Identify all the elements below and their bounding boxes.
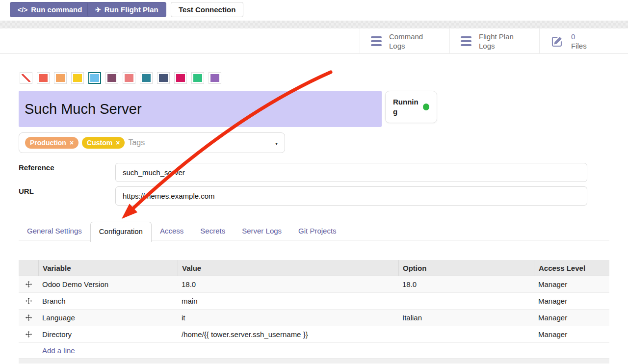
edit-icon bbox=[550, 35, 564, 48]
color-swatch-purple[interactable] bbox=[209, 72, 221, 84]
cell-value: main bbox=[178, 297, 398, 305]
divider-strip bbox=[0, 21, 628, 28]
list-icon bbox=[461, 36, 471, 46]
list-icon bbox=[371, 36, 382, 46]
add-a-line-link[interactable]: Add a line bbox=[19, 343, 609, 359]
command-logs-label-line1: Command bbox=[389, 32, 423, 41]
run-command-button[interactable]: </> Run command bbox=[10, 2, 90, 17]
color-swatch-red[interactable] bbox=[37, 72, 50, 84]
cell-variable: Directory bbox=[38, 330, 178, 338]
flight-plan-logs-button[interactable]: Flight Plan Logs bbox=[449, 28, 539, 54]
drag-handle-icon[interactable] bbox=[26, 281, 32, 287]
files-label: Files bbox=[571, 41, 587, 51]
tab-general-settings[interactable]: General Settings bbox=[19, 222, 90, 240]
col-header-value: Value bbox=[178, 260, 398, 276]
color-swatch-dark-purple[interactable] bbox=[105, 72, 118, 84]
tags-field[interactable]: Production × Custom × Tags ▾ bbox=[19, 132, 285, 153]
color-swatch-light-blue-selected[interactable] bbox=[88, 72, 101, 84]
color-swatch-raspberry[interactable] bbox=[174, 72, 187, 84]
color-swatch-green[interactable] bbox=[191, 72, 204, 84]
cell-variable: Language bbox=[38, 313, 178, 322]
color-swatch-salmon[interactable] bbox=[123, 72, 135, 84]
cell-value: 18.0 bbox=[178, 280, 398, 288]
col-header-variable: Variable bbox=[38, 260, 178, 276]
cell-variable: Branch bbox=[38, 297, 178, 305]
cell-value: it bbox=[178, 313, 398, 322]
tab-server-logs[interactable]: Server Logs bbox=[234, 222, 290, 240]
chevron-down-icon[interactable]: ▾ bbox=[275, 141, 278, 146]
stat-bar: Command Logs Flight Plan Logs 0 Files bbox=[0, 28, 628, 54]
run-flight-plan-label: Run Flight Plan bbox=[105, 5, 158, 14]
run-flight-plan-button[interactable]: ✈ Run Flight Plan bbox=[87, 2, 166, 17]
color-swatch-teal[interactable] bbox=[140, 72, 153, 84]
plane-icon: ✈ bbox=[95, 6, 101, 14]
run-command-label: Run command bbox=[31, 5, 82, 14]
tab-access[interactable]: Access bbox=[152, 222, 192, 240]
drag-handle-icon[interactable] bbox=[26, 298, 32, 304]
table-row[interactable]: Odoo Demo Version 18.0 18.0 Manager bbox=[19, 276, 609, 293]
table-row[interactable]: Branch main Manager bbox=[19, 293, 609, 310]
cell-access-level: Manager bbox=[534, 297, 609, 305]
cell-access-level: Manager bbox=[534, 330, 609, 338]
color-swatch-orange[interactable] bbox=[54, 72, 67, 84]
cell-option: Italian bbox=[398, 313, 534, 322]
tags-placeholder: Tags bbox=[128, 138, 145, 147]
tab-secrets[interactable]: Secrets bbox=[192, 222, 234, 240]
url-input[interactable] bbox=[115, 186, 587, 206]
status-card: Running bbox=[385, 91, 437, 123]
test-connection-label: Test Connection bbox=[179, 5, 236, 14]
tag-production-label: Production bbox=[30, 139, 66, 147]
code-icon: </> bbox=[18, 6, 27, 14]
reference-label: Reference bbox=[19, 163, 54, 172]
flight-plan-logs-label-line1: Flight Plan bbox=[479, 32, 514, 41]
color-swatch-yellow[interactable] bbox=[71, 72, 84, 84]
color-swatch-navy[interactable] bbox=[157, 72, 170, 84]
notebook-tabs: General Settings Configuration Access Se… bbox=[19, 222, 609, 240]
cell-value: /home/{{ tower.server.ssh_username }} bbox=[178, 330, 398, 338]
files-count: 0 bbox=[571, 32, 587, 41]
color-swatch-none[interactable] bbox=[20, 72, 32, 84]
tab-git-projects[interactable]: Git Projects bbox=[290, 222, 345, 240]
server-name-field[interactable]: Such Much Server bbox=[19, 91, 382, 127]
server-form-page: </> Run command ✈ Run Flight Plan Test C… bbox=[0, 0, 628, 364]
remove-tag-icon[interactable]: × bbox=[116, 139, 120, 146]
col-header-option: Option bbox=[398, 260, 534, 276]
command-logs-label-line2: Logs bbox=[389, 41, 423, 51]
cell-access-level: Manager bbox=[534, 280, 609, 288]
drag-handle-icon[interactable] bbox=[26, 314, 32, 321]
status-label: Running bbox=[393, 97, 419, 117]
table-row[interactable]: Language it Italian Manager bbox=[19, 310, 609, 326]
tag-custom[interactable]: Custom × bbox=[82, 137, 125, 149]
table-footer-strip bbox=[19, 359, 609, 364]
drag-handle-icon[interactable] bbox=[26, 331, 32, 338]
flight-plan-logs-label-line2: Logs bbox=[479, 41, 514, 51]
tag-custom-label: Custom bbox=[87, 139, 112, 147]
col-header-access-level: Access Level bbox=[534, 260, 609, 276]
files-button[interactable]: 0 Files bbox=[539, 28, 628, 54]
server-name-text: Such Much Server bbox=[25, 101, 142, 117]
table-row[interactable]: Directory /home/{{ tower.server.ssh_user… bbox=[19, 326, 609, 343]
remove-tag-icon[interactable]: × bbox=[70, 139, 74, 146]
cell-variable: Odoo Demo Version bbox=[38, 280, 178, 288]
tag-production[interactable]: Production × bbox=[25, 137, 78, 149]
reference-input[interactable] bbox=[115, 163, 587, 182]
table-header-row: Variable Value Option Access Level bbox=[19, 260, 609, 276]
tab-configuration[interactable]: Configuration bbox=[90, 222, 152, 242]
status-dot bbox=[423, 104, 429, 110]
color-picker bbox=[20, 72, 221, 84]
cell-option: 18.0 bbox=[398, 280, 534, 288]
configuration-table: Variable Value Option Access Level Odoo … bbox=[19, 260, 609, 364]
url-label: URL bbox=[19, 187, 34, 195]
cell-access-level: Manager bbox=[534, 313, 609, 322]
command-logs-button[interactable]: Command Logs bbox=[360, 28, 449, 54]
test-connection-button[interactable]: Test Connection bbox=[171, 2, 243, 17]
